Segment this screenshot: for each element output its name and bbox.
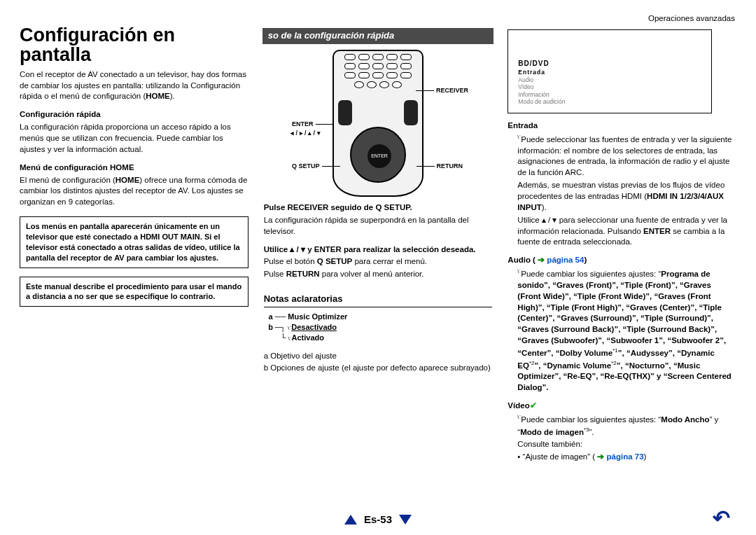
audio-heading: Audio ( ➔ página 54) <box>507 255 736 266</box>
option-music-optimizer: a── Music Optimizer <box>267 312 493 322</box>
option-row-b2: └ \`Activado <box>267 333 493 343</box>
s2a: Utilice ▴ / ▾ y <box>264 245 314 253</box>
note-box-1: Los menús en pantalla aparecerán únicame… <box>20 216 248 268</box>
vp-d: Modo de imagen <box>520 427 584 436</box>
audio-h-text: Audio <box>507 256 531 264</box>
mo-opt2: Activado <box>292 333 324 342</box>
legend-marker-b: b <box>267 322 275 333</box>
section-band: so de la configuración rápida <box>262 28 494 44</box>
osd-line-entrada: Entrada <box>518 69 565 76</box>
s1a: Pulse <box>264 203 288 211</box>
step-2-sub1: Pulse el botón Q SETUP para cerrar el me… <box>264 256 493 268</box>
video-page-link[interactable]: página 73 <box>607 452 644 461</box>
title-line1: Configuración en <box>20 25 175 46</box>
s21c: para cerrar el menú. <box>352 257 427 265</box>
note-box-2: Este manual describe el procedimiento pa… <box>20 277 248 307</box>
page-body: Configuración en pantalla Con el recepto… <box>0 0 756 506</box>
s22b: RETURN <box>286 270 320 278</box>
s1d: Q SETUP <box>375 203 410 211</box>
s22a: Pulse <box>264 270 286 278</box>
video-also: Consulte también: <box>517 439 736 450</box>
home-a: El menú de configuración ( <box>20 176 115 184</box>
entrada-use: Utilice ▴ / ▾ para seleccionar una fuent… <box>517 215 736 249</box>
page-footer: Es-53 <box>0 513 756 525</box>
audio-page-link[interactable]: página 54 <box>547 256 584 264</box>
step-1-sub: La configuración rápida se superpondrá e… <box>264 215 493 237</box>
mo-title: Music Optimizer <box>288 312 347 321</box>
title-line2: pantalla <box>20 44 91 65</box>
osd-line-video: Vídeo <box>518 83 565 91</box>
remote-left-pod <box>338 100 352 125</box>
mo-opt1: Desactivado <box>291 323 337 331</box>
s1c: seguido de <box>328 203 375 211</box>
home-menu-heading: Menú de configuración HOME <box>20 162 248 174</box>
intro-paragraph: Con el receptor de AV conectado a un tel… <box>20 69 248 103</box>
callout-receiver: RECEIVER <box>416 86 468 95</box>
return-icon[interactable]: ↶ <box>713 506 735 528</box>
s2c: para realizar la selección deseada. <box>342 245 476 253</box>
entrada-t1: Puede seleccionar las fuentes de entrada… <box>517 135 732 177</box>
video-h-text: Vídeo <box>507 401 529 410</box>
next-page-icon[interactable] <box>399 515 412 524</box>
entrada-heading: Entrada <box>507 120 736 132</box>
remote-body: ENTER <box>332 50 424 197</box>
au-ae: ”, “Dynamic Volume <box>535 361 612 370</box>
page-title: Configuración en pantalla <box>20 25 248 65</box>
en2c: ). <box>542 203 547 211</box>
vp-b: Modo Ancho <box>661 415 709 424</box>
quick-config-heading: Configuración rápida <box>20 109 248 120</box>
callout-qsetup: Q SETUP <box>292 162 340 170</box>
home-menu-text: El menú de configuración (HOME) ofrece u… <box>20 175 248 209</box>
s1b: RECEIVER <box>288 203 329 211</box>
remote-illustration: ENTER RECEIVER ENTER ◂ / ▸ / ▴ / ▾ Q SET… <box>332 50 424 197</box>
entrada-p1: \`Puede seleccionar las fuentes de entra… <box>517 133 736 179</box>
vp-a: Puede cambiar los siguientes ajustes: “ <box>521 415 661 424</box>
notes-heading: Notas aclaratorias <box>264 293 493 307</box>
audio-paragraph: \`Puede cambiar los siguientes ajustes: … <box>517 268 736 394</box>
osd-line-audio: Audio <box>518 76 565 84</box>
prev-page-icon[interactable] <box>344 515 357 524</box>
option-row-b: b─┐ \`Desactivado <box>267 322 493 333</box>
au-items: Programa de sonido”, “Graves (Front)”, “… <box>517 270 726 357</box>
s21a: Pulse el botón <box>264 257 317 265</box>
osd-line-bdvd: BD/DVD <box>518 60 565 69</box>
eu-b: ENTER <box>643 227 671 235</box>
osd-menu: BD/DVD Entrada Audio Vídeo Información M… <box>518 60 565 106</box>
s21b: Q SETUP <box>317 257 352 265</box>
page-number: Es-53 <box>364 513 392 525</box>
step-2-sub2: Pulse RETURN para volver al menú anterio… <box>264 269 493 280</box>
legend-a: a Objetivo del ajuste <box>264 351 493 362</box>
quick-config-text: La configuración rápida proporciona un a… <box>20 122 248 155</box>
legend-b: b Opciones de ajuste (el ajuste por defe… <box>264 363 493 374</box>
remote-wheel: ENTER <box>350 127 406 183</box>
header-section: Operaciones avanzadas <box>648 14 735 22</box>
s1e: . <box>410 203 412 211</box>
legend-marker-a: a <box>267 312 275 322</box>
callout-return: RETURN <box>416 162 463 170</box>
video-heading: Vídeo✔ <box>507 401 736 412</box>
home-b: HOME <box>115 176 140 184</box>
entrada-p2: Además, se muestran vistas previas de lo… <box>517 180 736 214</box>
intro-bold: HOME <box>146 92 170 100</box>
video-paragraph: \`Puede cambiar los siguientes ajustes: … <box>517 413 736 438</box>
vb-a: • “Ajuste de imagen” ( <box>517 452 595 461</box>
s22c: para volver al menú anterior. <box>320 270 424 278</box>
intro-end: ). <box>170 92 175 100</box>
tv-screen-preview: BD/DVD Entrada Audio Vídeo Información M… <box>507 29 712 113</box>
vp-e: ”. <box>589 427 594 436</box>
column-2: so de la configuración rápida ENTER RECE… <box>264 14 493 464</box>
column-1: Configuración en pantalla Con el recepto… <box>20 14 248 464</box>
osd-line-info: Información <box>518 91 565 99</box>
au-intro: Puede cambiar los siguientes ajustes: “ <box>521 270 661 278</box>
osd-line-modo: Modo de audición <box>518 98 565 106</box>
remote-right-pod <box>404 100 418 125</box>
enter-button-icon: ENTER <box>368 144 391 168</box>
column-3: BD/DVD Entrada Audio Vídeo Información M… <box>507 14 736 464</box>
s2b: ENTER <box>314 245 342 253</box>
callout-arrows: ◂ / ▸ / ▴ / ▾ <box>290 129 321 137</box>
step-1: Pulse RECEIVER seguido de Q SETUP. <box>264 202 493 214</box>
vb-end: ) <box>644 452 647 461</box>
video-bullet: • “Ajuste de imagen” ( ➔ página 73) <box>517 452 736 463</box>
check-icon: ✔ <box>530 401 537 410</box>
step-2: Utilice ▴ / ▾ y ENTER para realizar la s… <box>264 244 493 256</box>
